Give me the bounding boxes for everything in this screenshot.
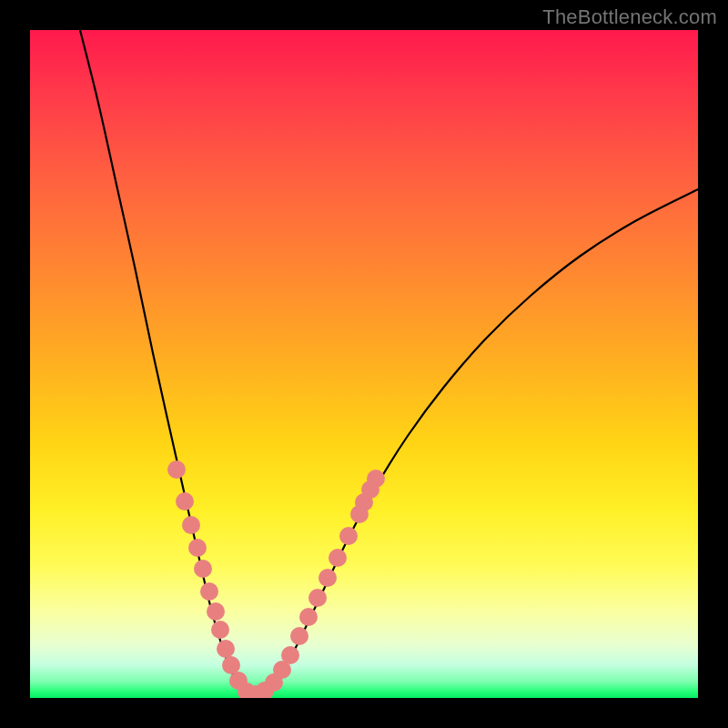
data-dot <box>308 589 327 607</box>
data-dot <box>200 582 218 601</box>
data-dot <box>188 539 207 557</box>
data-dot <box>194 560 212 578</box>
data-dot <box>217 640 235 658</box>
data-dot <box>339 527 358 545</box>
dots-left-group <box>167 460 274 698</box>
data-dot <box>222 656 240 674</box>
plot-area <box>30 30 698 698</box>
data-dot <box>290 627 308 645</box>
data-dot <box>176 492 194 511</box>
data-dot <box>329 549 347 567</box>
data-dot <box>299 608 318 626</box>
data-dot <box>318 569 337 587</box>
dots-right-group <box>265 470 385 692</box>
curve-left <box>80 30 251 695</box>
curve-right <box>251 189 698 695</box>
chart-overlay <box>30 30 698 698</box>
chart-frame: TheBottleneck.com <box>0 0 728 728</box>
watermark-text: TheBottleneck.com <box>542 5 717 29</box>
data-dot <box>207 602 225 621</box>
data-dot <box>182 516 200 534</box>
data-dot <box>167 460 186 479</box>
data-dot <box>367 470 385 488</box>
data-dot <box>281 646 299 664</box>
data-dot <box>211 621 229 639</box>
